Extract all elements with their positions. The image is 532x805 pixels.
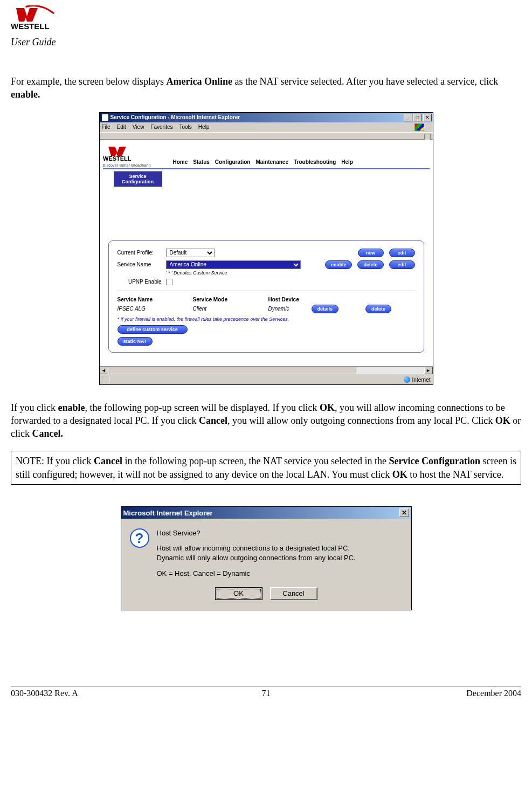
nav-home[interactable]: Home (173, 159, 188, 165)
menu-view[interactable]: View (133, 124, 144, 130)
horizontal-scrollbar[interactable]: ◄ ► (100, 366, 433, 375)
nav-configuration[interactable]: Configuration (215, 159, 251, 165)
westell-logo: WESTELL (11, 5, 70, 33)
nav-troubleshooting[interactable]: Troubleshooting (294, 159, 336, 165)
close-button[interactable]: ✕ (423, 114, 432, 121)
ie-icon (102, 114, 108, 121)
ok-button[interactable]: OK (215, 587, 262, 600)
status-zone: Internet (412, 377, 431, 383)
enable-button[interactable]: enable (325, 260, 353, 269)
service-panel: Current Profile: Default new edit Servic… (108, 240, 424, 353)
edit-profile-button[interactable]: edit (389, 249, 415, 257)
host-service-dialog: Microsoft Internet Explorer ✕ ? Host Ser… (121, 506, 412, 610)
minimize-button[interactable]: _ (404, 114, 412, 121)
nav-maintenance[interactable]: Maintenance (255, 159, 288, 165)
page-logo: WESTELL Discover Better Broadband (103, 145, 173, 167)
upnp-checkbox[interactable] (166, 279, 172, 285)
question-icon: ? (130, 528, 149, 548)
windows-flag-icon (414, 123, 424, 131)
dialog-title: Microsoft Internet Explorer (123, 509, 399, 517)
firewall-note: * If your firewall is enabled, the firew… (118, 317, 415, 322)
service-name-label: Service Name (118, 262, 166, 267)
window-titlebar: Service Configuration - Microsoft Intern… (100, 113, 433, 122)
status-icon (102, 376, 109, 383)
dialog-close-button[interactable]: ✕ (399, 508, 409, 517)
page-footer: 030-300432 Rev. A 71 December 2004 (11, 686, 521, 698)
current-profile-label: Current Profile: (118, 250, 166, 256)
maximize-button[interactable]: □ (413, 114, 422, 121)
footer-date: December 2004 (351, 689, 521, 698)
edit-service-button[interactable]: edit (389, 260, 415, 269)
dialog-text: Host Service? Host will allow incoming c… (157, 528, 356, 579)
window-title: Service Configuration - Microsoft Intern… (110, 114, 404, 120)
toolbar (100, 132, 433, 140)
services-table-header: Service Name Service Mode Host Device (118, 297, 415, 302)
footer-doc-id: 030-300432 Rev. A (11, 689, 181, 698)
menu-favorites[interactable]: Favorites (150, 124, 172, 130)
scroll-right-icon[interactable]: ► (424, 367, 433, 374)
footer-page-number: 71 (181, 689, 351, 698)
note-box: NOTE: If you click Cancel in the followi… (11, 451, 521, 485)
define-custom-service-button[interactable]: define custom service (118, 325, 188, 334)
table-row: IPSEC ALG Client Dynamic details delete (118, 305, 415, 313)
details-button[interactable]: details (312, 305, 339, 313)
svg-text:WESTELL: WESTELL (11, 22, 50, 31)
paragraph-2: If you click enable, the following pop-u… (11, 401, 521, 441)
menu-help[interactable]: Help (198, 124, 210, 130)
tagline: Discover Better Broadband (103, 163, 173, 167)
new-button[interactable]: new (358, 249, 384, 257)
menu-tools[interactable]: Tools (179, 124, 191, 130)
custom-service-note: ' * ' Denotes Custom Service (166, 270, 415, 276)
service-config-window: Service Configuration - Microsoft Intern… (99, 112, 433, 385)
menu-file[interactable]: File (102, 124, 110, 130)
internet-zone-icon (404, 376, 410, 383)
nav-help[interactable]: Help (341, 159, 353, 165)
upnp-label: UPNP Enable (118, 279, 166, 285)
menu-edit[interactable]: Edit (117, 124, 126, 130)
dialog-titlebar: Microsoft Internet Explorer ✕ (121, 507, 411, 519)
delete-row-button[interactable]: delete (365, 305, 391, 313)
paragraph-1: For example, the screen below displays A… (11, 75, 521, 101)
nav-status[interactable]: Status (193, 159, 210, 165)
static-nat-button[interactable]: static NAT (118, 337, 153, 346)
statusbar: Internet (100, 375, 433, 384)
service-configuration-tab[interactable]: Service Configuration (114, 171, 162, 187)
scroll-left-icon[interactable]: ◄ (100, 367, 108, 374)
current-profile-select[interactable]: Default (166, 249, 215, 257)
delete-button[interactable]: delete (357, 260, 383, 269)
cancel-button[interactable]: Cancel (270, 587, 317, 600)
menubar: File Edit View Favorites Tools Help (100, 122, 433, 132)
user-guide-label: User Guide (11, 37, 521, 48)
svg-text:WESTELL: WESTELL (103, 155, 132, 162)
service-name-select[interactable]: America Online (166, 260, 301, 269)
